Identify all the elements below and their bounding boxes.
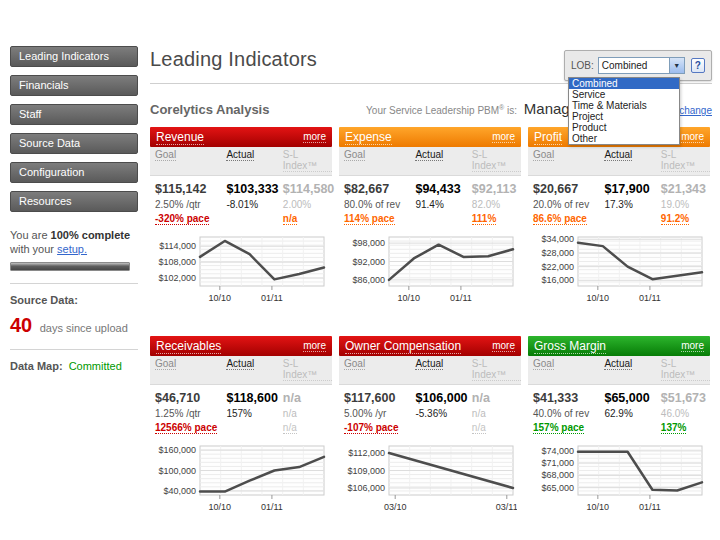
goal-pace: 86.6% pace [533, 213, 604, 224]
index-pace: 91.2% [661, 213, 710, 224]
help-icon[interactable]: ? [691, 58, 705, 73]
svg-text:$86,000: $86,000 [352, 275, 385, 285]
card-header: Expense more [339, 127, 521, 147]
more-link[interactable]: more [303, 131, 326, 143]
sl-index-column-header: S-L Index™ [283, 149, 332, 172]
line-chart-svg: $102,000$108,000$114,00010/1001/11 [150, 232, 328, 308]
more-link[interactable]: more [681, 131, 704, 143]
lob-option-time-materials[interactable]: Time & Materials [569, 100, 679, 111]
metric-card-owner-compensation: Owner Compensation more Goal Actual S-L … [339, 336, 521, 521]
goal-pace: 114% pace [344, 213, 415, 224]
lob-option-service[interactable]: Service [569, 89, 679, 100]
index-sub: 46.0% [661, 408, 710, 419]
setup-complete-pct: 100% complete [51, 229, 130, 241]
goal-value: $20,667 [533, 182, 604, 196]
svg-text:$106,000: $106,000 [347, 483, 385, 493]
card-values: $82,667 80.0% of rev 114% pace $94,433 9… [339, 176, 521, 228]
lob-option-product[interactable]: Product [569, 122, 679, 133]
svg-text:$71,000: $71,000 [541, 458, 574, 468]
sidebar-item-financials[interactable]: Financials [10, 75, 138, 96]
sidebar-divider [10, 349, 138, 350]
change-link[interactable]: change [679, 105, 712, 116]
lob-option-combined[interactable]: Combined [569, 78, 679, 89]
trend-chart: $40,000$100,000$160,00010/1001/11 [150, 441, 332, 521]
more-link[interactable]: more [492, 131, 515, 143]
card-title: Profit [534, 130, 562, 145]
lob-option-other[interactable]: Other [569, 133, 679, 144]
setup-text-prefix: You are [10, 229, 51, 241]
card-title: Receivables [156, 339, 221, 354]
sidebar-item-configuration[interactable]: Configuration [10, 162, 138, 183]
sidebar-item-source-data[interactable]: Source Data [10, 133, 138, 154]
main-content: Leading Indicators LOB: Combined ▼ ? Com… [150, 48, 712, 521]
svg-text:$160,000: $160,000 [158, 445, 196, 455]
svg-text:01/11: 01/11 [450, 293, 472, 303]
goal-sub: 20.0% of rev [533, 199, 604, 210]
cards-row-1: Revenue more Goal Actual S-L Index™ $115… [150, 127, 712, 312]
svg-text:01/11: 01/11 [261, 502, 283, 512]
setup-link[interactable]: setup. [57, 243, 87, 255]
index-sub: n/a [472, 408, 521, 419]
days-since-upload: 40 days since upload [10, 314, 138, 337]
line-chart-svg: $40,000$100,000$160,00010/1001/11 [150, 441, 328, 517]
card-header: Owner Compensation more [339, 336, 521, 356]
lob-select[interactable]: Combined ▼ [598, 57, 685, 74]
more-link[interactable]: more [303, 340, 326, 352]
goal-sub: 40.0% of rev [533, 408, 604, 419]
index-pace: n/a [472, 422, 521, 433]
sidebar: Leading IndicatorsFinancialsStaffSource … [10, 46, 138, 372]
trend-chart: $65,000$68,000$71,000$74,00010/1001/11 [528, 441, 710, 521]
actual-column-header: Actual [226, 358, 254, 370]
goal-sub: 5.00% /yr [344, 408, 415, 419]
goal-value: $115,142 [155, 182, 226, 196]
actual-value: $106,000 [415, 391, 471, 405]
svg-text:10/10: 10/10 [209, 502, 232, 512]
pbm-is: is: [504, 105, 517, 116]
card-title: Owner Compensation [345, 339, 461, 354]
svg-text:$100,000: $100,000 [158, 466, 196, 476]
card-header: Revenue more [150, 127, 332, 147]
card-column-headers: Goal Actual S-L Index™ [150, 356, 332, 385]
svg-text:01/11: 01/11 [639, 502, 661, 512]
index-pace: n/a [283, 213, 332, 224]
svg-text:$22,000: $22,000 [541, 262, 574, 272]
svg-text:10/10: 10/10 [209, 293, 232, 303]
sl-index-column-header: S-L Index™ [661, 149, 710, 172]
actual-column-header: Actual [415, 358, 443, 370]
sidebar-item-resources[interactable]: Resources [10, 191, 138, 212]
lob-label: LOB: [571, 60, 594, 71]
card-values: $20,667 20.0% of rev 86.6% pace $17,900 … [528, 176, 710, 228]
goal-column-header: Goal [344, 149, 365, 161]
card-column-headers: Goal Actual S-L Index™ [339, 356, 521, 385]
line-chart-svg: $106,000$109,000$112,00003/1003/11 [339, 441, 517, 517]
sl-index-column-header: S-L Index™ [472, 358, 521, 381]
chevron-down-icon[interactable]: ▼ [669, 58, 684, 73]
index-pace: 137% [661, 422, 710, 433]
goal-column-header: Goal [344, 358, 365, 370]
svg-text:$40,000: $40,000 [163, 486, 196, 496]
goal-column-header: Goal [533, 149, 554, 161]
svg-text:01/11: 01/11 [639, 293, 661, 303]
goal-column-header: Goal [155, 149, 176, 161]
goal-value: $46,710 [155, 391, 226, 405]
sidebar-item-leading-indicators[interactable]: Leading Indicators [10, 46, 138, 67]
card-header: Receivables more [150, 336, 332, 356]
lob-option-project[interactable]: Project [569, 111, 679, 122]
more-link[interactable]: more [681, 340, 704, 352]
svg-text:03/10: 03/10 [384, 502, 407, 512]
metric-card-expense: Expense more Goal Actual S-L Index™ $82,… [339, 127, 521, 312]
sidebar-item-staff[interactable]: Staff [10, 104, 138, 125]
more-link[interactable]: more [492, 340, 515, 352]
svg-text:$16,000: $16,000 [541, 275, 574, 285]
card-title: Revenue [156, 130, 204, 145]
source-data-label: Source Data: [10, 294, 138, 306]
index-value: $114,580 [283, 182, 332, 196]
card-values: $41,333 40.0% of rev 157% pace $65,000 6… [528, 385, 710, 437]
index-value: n/a [283, 391, 332, 405]
goal-sub: 2.50% /qtr [155, 199, 226, 210]
metric-card-revenue: Revenue more Goal Actual S-L Index™ $115… [150, 127, 332, 312]
goal-pace: 157% pace [533, 422, 604, 433]
index-sub: 19.0% [661, 199, 710, 210]
actual-column-header: Actual [415, 149, 443, 161]
goal-sub: 80.0% of rev [344, 199, 415, 210]
